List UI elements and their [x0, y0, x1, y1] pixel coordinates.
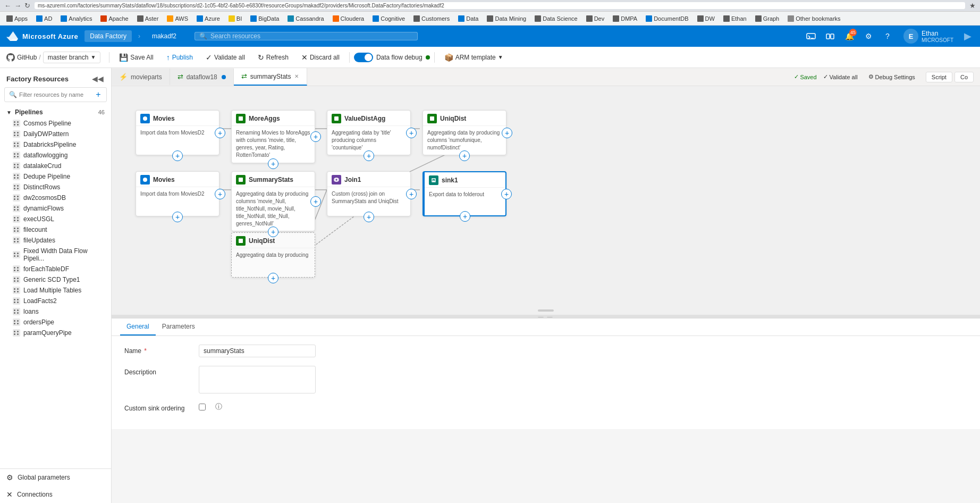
tab-movieparts[interactable]: ⚡ movieparts [112, 69, 170, 85]
pipeline-dailydw[interactable]: DailyDWPattern [0, 129, 111, 139]
pipeline-databricks[interactable]: DatabricksPipeline [0, 139, 111, 150]
node-add-bottom-btn[interactable]: + [268, 227, 278, 237]
bookmark-dw[interactable]: DW [694, 14, 718, 23]
branch-selector[interactable]: master branch ▼ [43, 52, 101, 63]
node-summarystats[interactable]: SummaryStats Aggregating data by produci… [231, 171, 315, 231]
bookmark-ethan[interactable]: Ethan [720, 14, 750, 23]
bookmark-cloudera[interactable]: Cloudera [330, 14, 368, 23]
sink-ordering-checkbox[interactable] [199, 404, 206, 410]
validate-button[interactable]: ✓ Validate all [819, 72, 862, 82]
sidebar-search-box[interactable]: 🔍 + [4, 87, 107, 102]
sidebar-search-input[interactable] [19, 91, 92, 98]
props-tab-parameters[interactable]: Parameters [156, 318, 201, 336]
pipeline-cosmos[interactable]: Cosmos Pipeline [0, 118, 111, 129]
pipeline-fixedwidth[interactable]: Fixed Width Data Flow Pipeli... [0, 246, 111, 264]
bookmark-aster[interactable]: Aster [134, 14, 162, 23]
arm-template-button[interactable]: 📦 ARM template ▼ [439, 51, 509, 64]
refresh-button[interactable]: ↻ Refresh [252, 51, 294, 64]
bookmark-documentdb[interactable]: DocumentDB [643, 14, 691, 23]
bookmark-apps[interactable]: Apps [3, 14, 31, 23]
script-button[interactable]: Script [926, 72, 952, 82]
node-sink1[interactable]: sink1 Export data to folderout + + [423, 171, 506, 216]
tab-dataflow18[interactable]: ⇄ dataflow18 [170, 69, 234, 85]
bookmark-customers[interactable]: Customers [410, 14, 453, 23]
bookmark-ad[interactable]: AD [33, 14, 55, 23]
debug-toggle[interactable] [354, 53, 373, 62]
discard-all-button[interactable]: ✕ Discard all [296, 51, 345, 64]
user-profile[interactable]: E Ethan MICROSOFT [899, 28, 958, 45]
url-bar[interactable]: ms-azureml.com/factories/summaryStats/da… [35, 2, 965, 9]
nav-makadf2[interactable]: makadf2 [147, 30, 182, 42]
bookmark-graph[interactable]: Graph [752, 14, 783, 23]
directory-btn[interactable] [823, 29, 838, 44]
tab-close-btn[interactable]: ✕ [294, 73, 299, 80]
node-add-bottom-btn[interactable]: + [364, 150, 374, 161]
bookmark-data[interactable]: Data [455, 14, 481, 23]
node-add-right-btn[interactable]: + [310, 131, 321, 142]
pipelines-section-header[interactable]: ▼ Pipelines 46 [0, 106, 111, 118]
bookmark-analytics[interactable]: Analytics [57, 14, 95, 23]
props-tab-general[interactable]: General [120, 318, 156, 336]
tab-summarystats[interactable]: ⇄ summaryStats ✕ [234, 68, 308, 86]
node-add-bottom-btn[interactable]: + [268, 158, 278, 169]
node-add-bottom-btn[interactable]: + [172, 212, 183, 222]
pipeline-fileupdates[interactable]: fileUpdates [0, 235, 111, 246]
props-description-input[interactable] [199, 366, 316, 393]
bookmark-bi[interactable]: BI [225, 14, 245, 23]
canvas-collapse-handle[interactable] [538, 309, 554, 312]
node-movies1[interactable]: Movies Import data from MoviesD2 + + [136, 110, 219, 155]
pipeline-filecount[interactable]: filecount [0, 224, 111, 235]
bookmark-azure[interactable]: Azure [193, 14, 223, 23]
pipeline-loadmultiple[interactable]: Load Multiple Tables [0, 285, 111, 296]
node-add-bottom-btn[interactable]: + [364, 212, 374, 222]
sidebar-add-button[interactable]: + [95, 89, 102, 100]
node-valuedistagg[interactable]: ValueDistAgg Aggregating data by 'title'… [327, 110, 411, 155]
node-movies2[interactable]: Movies Import data from MoviesD2 + + [136, 171, 219, 216]
pipeline-loadfacts[interactable]: LoadFacts2 [0, 296, 111, 306]
node-add-right-btn[interactable]: + [501, 189, 512, 199]
node-uniqdist2[interactable]: UniqDist Aggregating data by producing + [231, 232, 315, 278]
flow-canvas[interactable]: Movies Import data from MoviesD2 + + Mor… [112, 86, 980, 315]
bookmark-cassandra[interactable]: Cassandra [284, 14, 327, 23]
pipeline-foreach[interactable]: forEachTableDF [0, 264, 111, 274]
bookmark-datamining[interactable]: Data Mining [484, 14, 529, 23]
node-add-right-btn[interactable]: + [310, 196, 321, 207]
node-add-bottom-btn[interactable]: + [172, 150, 183, 161]
pipeline-dedupe[interactable]: Dedupe Pipeline [0, 171, 111, 182]
node-join1[interactable]: Join1 Custom (cross) join on SummaryStat… [327, 171, 411, 216]
node-add-right-btn[interactable]: + [215, 128, 225, 138]
bookmark-aws[interactable]: AWS [164, 14, 191, 23]
global-params-item[interactable]: ⚙ Global parameters [0, 469, 111, 486]
pipeline-paramquerypipe[interactable]: paramQueryPipe [0, 328, 111, 338]
pipeline-loans[interactable]: loans [0, 306, 111, 317]
publish-button[interactable]: ↑ Publish [161, 51, 198, 64]
node-add-right-btn[interactable]: + [406, 128, 417, 138]
pipeline-distinctrows[interactable]: DistinctRows [0, 182, 111, 192]
bookmark-other[interactable]: Other bookmarks [784, 14, 843, 23]
node-add-bottom-btn[interactable]: + [268, 273, 278, 283]
nav-data-factory[interactable]: Data Factory [85, 30, 132, 42]
expand-icon[interactable]: ▶ [962, 30, 974, 42]
pipeline-datalake[interactable]: datalakeCrud [0, 161, 111, 171]
pipeline-genericscd[interactable]: Generic SCD Type1 [0, 274, 111, 285]
settings-btn[interactable]: ⚙ [861, 29, 876, 44]
bookmark-datascience[interactable]: Data Science [531, 14, 580, 23]
notifications-btn[interactable]: 🔔 45 [842, 29, 857, 44]
pipeline-dw2cosmos[interactable]: dw2cosmosDB [0, 192, 111, 203]
connections-item[interactable]: ✕ Connections [0, 486, 111, 503]
validate-all-button[interactable]: ✓ Validate all [200, 51, 250, 64]
bookmark-cognitive[interactable]: Cognitive [369, 14, 408, 23]
help-btn[interactable]: ? [880, 29, 895, 44]
cloud-shell-btn[interactable] [804, 29, 818, 44]
info-icon[interactable]: ⓘ [215, 402, 222, 412]
node-moreaggs[interactable]: MoreAggs Renaming Movies to MoreAggs wit… [231, 110, 315, 163]
node-add-bottom-btn[interactable]: + [460, 211, 470, 222]
node-add-right-btn[interactable]: + [502, 128, 512, 138]
save-all-button[interactable]: 💾 Save All [114, 51, 158, 64]
collapse-sidebar-btn[interactable]: ◀◀ [91, 73, 105, 84]
search-input[interactable] [210, 32, 413, 40]
bookmark-dmpa[interactable]: DMPA [610, 14, 640, 23]
pipeline-execusql[interactable]: execUSGL [0, 214, 111, 224]
node-add-right-btn[interactable]: + [406, 189, 417, 199]
node-uniqdist[interactable]: UniqDist Aggregating data by producing c… [423, 110, 506, 155]
